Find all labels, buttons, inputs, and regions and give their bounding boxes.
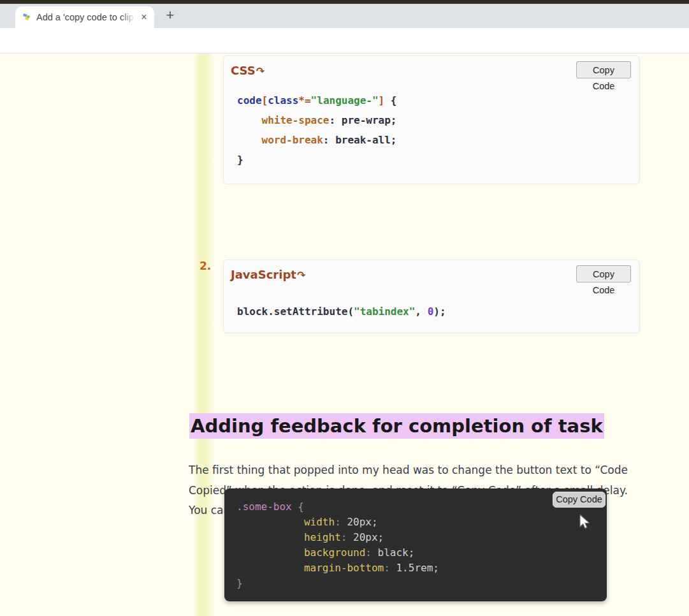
javascript-code[interactable]: block.setAttribute("tabindex", 0); bbox=[237, 302, 446, 321]
javascript-code-block: JavaScript↷ Copy Code block.setAttribute… bbox=[223, 260, 640, 334]
list-number: 2. bbox=[199, 260, 211, 272]
code-language-label: CSS↷ bbox=[231, 64, 265, 77]
section-heading: Adding feedback for completion of task bbox=[189, 415, 604, 437]
copy-code-button[interactable]: Copy Code bbox=[576, 61, 631, 78]
gif-copy-code-button: Copy Code bbox=[553, 492, 606, 508]
tab-favicon-icon bbox=[22, 12, 32, 22]
css-code[interactable]: code[class*="language-"] { white-space: … bbox=[237, 91, 396, 170]
tab-bar: Add a 'copy code to clip × + bbox=[0, 4, 689, 28]
text-fragment-highlight: Adding feedback for completion of task bbox=[189, 413, 604, 439]
new-tab-button[interactable]: + bbox=[162, 8, 178, 24]
tab-title-fade bbox=[121, 6, 138, 28]
page-content: CSS↷ Copy Code code[class*="language-"] … bbox=[0, 54, 689, 616]
decorative-yellow-strip bbox=[194, 54, 213, 616]
anchor-link-icon[interactable]: ↷ bbox=[256, 65, 265, 77]
css-code-block: CSS↷ Copy Code code[class*="language-"] … bbox=[223, 55, 640, 184]
browser-toolbar: roboleary.net/2022/01/13/copy-code-to-cl… bbox=[0, 28, 689, 54]
code-language-label: JavaScript↷ bbox=[231, 268, 305, 281]
browser-window: Add a 'copy code to clip × + roboleary.n… bbox=[0, 0, 689, 616]
browser-tab[interactable]: Add a 'copy code to clip × bbox=[15, 6, 154, 28]
anchor-link-icon[interactable]: ↷ bbox=[297, 269, 305, 281]
gif-code: .some-box { width: 20px; height: 20px; b… bbox=[236, 499, 439, 591]
gif-demo-box: Copy Code .some-box { width: 20px; heigh… bbox=[224, 488, 607, 601]
copy-code-button[interactable]: Copy Code bbox=[576, 265, 631, 282]
tab-close-icon[interactable]: × bbox=[138, 11, 150, 23]
mouse-cursor-icon bbox=[579, 514, 591, 531]
